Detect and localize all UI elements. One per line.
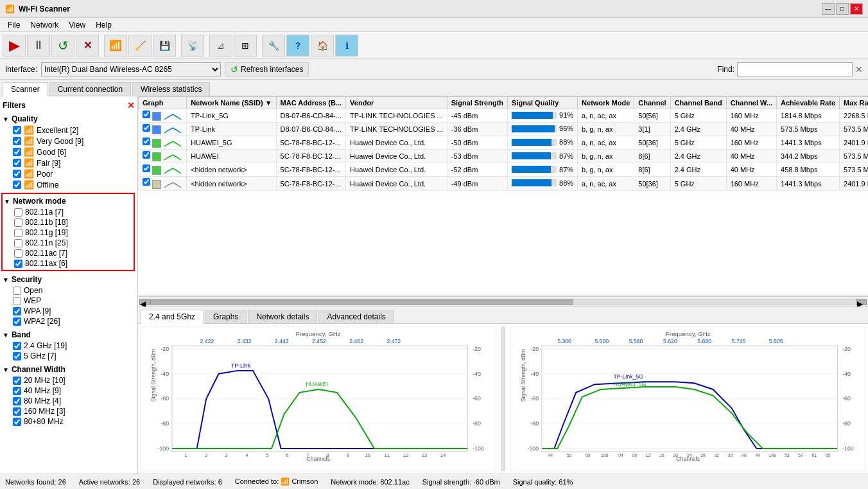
filter-wep-checkbox[interactable] xyxy=(13,297,21,305)
col-signal-quality[interactable]: Signal Quality xyxy=(508,97,578,109)
filter-24ghz-checkbox[interactable] xyxy=(13,342,21,350)
col-vendor[interactable]: Vendor xyxy=(346,97,447,109)
col-channel-width[interactable]: Channel W... xyxy=(726,97,776,109)
find-input[interactable] xyxy=(737,62,853,76)
filter-poor-checkbox[interactable] xyxy=(13,170,21,178)
filter-80211g-checkbox[interactable] xyxy=(14,229,22,237)
filter-80211ax-checkbox[interactable] xyxy=(14,260,22,268)
btab-graphs[interactable]: Graphs xyxy=(205,310,247,323)
clear-button[interactable]: 🧹 xyxy=(128,35,152,57)
col-network-mode[interactable]: Network Mode xyxy=(578,97,634,109)
filter-40mhz-checkbox[interactable] xyxy=(13,387,21,395)
scroll-track[interactable] xyxy=(150,299,856,305)
svg-text:11: 11 xyxy=(385,452,390,458)
col-graph[interactable]: Graph xyxy=(139,97,187,109)
filter-fair-checkbox[interactable] xyxy=(13,159,21,167)
cell-channel-band: 5 GHz xyxy=(670,109,726,123)
col-signal-strength[interactable]: Signal Strength xyxy=(447,97,507,109)
pause-button[interactable]: ⏸ xyxy=(27,35,50,57)
scroll-right-button[interactable]: ▶ xyxy=(856,299,867,305)
table-row[interactable]: <hidden network>5C-78-F8-BC-12-...Huawei… xyxy=(139,177,869,190)
btab-2-4-5ghz[interactable]: 2.4 and 5Ghz xyxy=(141,310,204,324)
table-row[interactable]: TP-Link_5GD8-07-B6-CD-84-...TP-LINK TECH… xyxy=(139,109,869,123)
filter-80211n-checkbox[interactable] xyxy=(14,239,22,247)
table-row[interactable]: HUAWEI_5G5C-78-F8-BC-12-...Huawei Device… xyxy=(139,136,869,150)
svg-text:-60: -60 xyxy=(161,395,169,402)
export-button[interactable]: 💾 xyxy=(153,35,176,57)
cell-achievable-rate: 1441.3 Mbps xyxy=(777,177,840,190)
filter-80211ac-checkbox[interactable] xyxy=(14,249,22,258)
table-row[interactable]: HUAWEI5C-78-F8-BC-12-...Huawei Device Co… xyxy=(139,150,869,163)
band-section-title[interactable]: ▼ Band xyxy=(3,329,135,341)
svg-text:-40: -40 xyxy=(530,371,539,377)
btab-network-details[interactable]: Network details xyxy=(248,310,317,323)
col-max-rate[interactable]: Max Rate xyxy=(840,97,868,109)
filter-offline-checkbox[interactable] xyxy=(13,181,21,189)
quality-label: Quality xyxy=(12,114,38,123)
filter-verygood-checkbox[interactable] xyxy=(13,137,21,145)
titlebar-controls[interactable]: — □ ✕ xyxy=(822,3,863,15)
horizontal-scrollbar[interactable]: ◀ ▶ xyxy=(138,296,868,307)
svg-text:5.680: 5.680 xyxy=(697,338,711,344)
filter-80plus80mhz-checkbox[interactable] xyxy=(13,418,21,426)
scroll-thumb[interactable] xyxy=(150,299,573,305)
filters-close-button[interactable]: ✕ xyxy=(127,100,135,111)
tab-wireless-statistics[interactable]: Wireless statistics xyxy=(132,82,210,96)
table-row[interactable]: <hidden network>5C-78-F8-BC-12-...Huawei… xyxy=(139,163,869,177)
antenna-button[interactable]: 📡 xyxy=(181,35,204,57)
filter-80211b-checkbox[interactable] xyxy=(14,218,22,227)
btab-advanced-details[interactable]: Advanced details xyxy=(318,310,394,323)
network-mode-section-title[interactable]: ▼ Network mode xyxy=(4,195,132,207)
menu-view[interactable]: View xyxy=(64,19,91,30)
menu-network[interactable]: Network xyxy=(25,19,64,30)
filter-80211a-checkbox[interactable] xyxy=(14,208,22,217)
col-channel[interactable]: Channel xyxy=(634,97,670,109)
filter-excellent-checkbox[interactable] xyxy=(13,126,21,134)
filter-wpa2-checkbox[interactable] xyxy=(13,317,21,326)
table-row[interactable]: TP-LinkD8-07-B6-CD-84-...TP-LINK TECHNOL… xyxy=(139,123,869,136)
channel-width-label: Channel Width xyxy=(12,365,65,374)
col-channel-band[interactable]: Channel Band xyxy=(670,97,726,109)
menubar: File Network View Help xyxy=(0,18,868,32)
refresh-button[interactable]: ↺ xyxy=(51,35,74,57)
svg-text:-80: -80 xyxy=(161,420,169,427)
filter-button[interactable]: ⊿ xyxy=(209,35,232,57)
filter-wpa-checkbox[interactable] xyxy=(13,307,21,316)
columns-button[interactable]: ⊞ xyxy=(234,35,257,57)
svg-text:-60: -60 xyxy=(473,395,481,402)
col-ssid[interactable]: Network Name (SSID) ▼ xyxy=(187,97,276,109)
channel-width-section-title[interactable]: ▼ Channel Width xyxy=(3,364,135,375)
menu-file[interactable]: File xyxy=(3,19,25,30)
find-close-button[interactable]: ✕ xyxy=(855,64,863,75)
info-button[interactable]: ℹ xyxy=(335,35,358,57)
filter-open-checkbox[interactable] xyxy=(13,287,21,295)
scroll-left-button[interactable]: ◀ xyxy=(139,299,150,305)
stop-button[interactable]: ✕ xyxy=(76,35,99,57)
help-button[interactable]: ? xyxy=(286,35,309,57)
networks-table-area[interactable]: Graph Network Name (SSID) ▼ MAC Address … xyxy=(138,96,868,296)
chart-5ghz-svg: Frequency, GHz 5.300 5.500 5.560 5.620 5… xyxy=(511,327,865,470)
start-scan-button[interactable]: ▶ xyxy=(3,35,26,57)
security-section-title[interactable]: ▼ Security xyxy=(3,274,135,285)
tab-current-connection[interactable]: Current connection xyxy=(49,82,131,96)
col-mac[interactable]: MAC Address (B... xyxy=(276,97,346,109)
maximize-button[interactable]: □ xyxy=(836,3,849,15)
menu-help[interactable]: Help xyxy=(91,19,117,30)
tab-scanner[interactable]: Scanner xyxy=(3,82,48,96)
minimize-button[interactable]: — xyxy=(822,3,835,15)
col-achievable-rate[interactable]: Achievable Rate xyxy=(777,97,840,109)
refresh-interfaces-label: Refresh interfaces xyxy=(241,65,303,74)
interface-select[interactable]: Intel(R) Dual Band Wireless-AC 8265 xyxy=(41,62,221,76)
close-button[interactable]: ✕ xyxy=(850,3,863,15)
filter-160mhz-checkbox[interactable] xyxy=(13,407,21,416)
home-button[interactable]: 🏠 xyxy=(311,35,334,57)
signal-chart-button[interactable]: 📶 xyxy=(104,35,127,57)
filter-good-checkbox[interactable] xyxy=(13,148,21,156)
filter-20mhz-checkbox[interactable] xyxy=(13,377,21,385)
refresh-interfaces-button[interactable]: ↺ Refresh interfaces xyxy=(225,62,309,76)
security-expand-icon: ▼ xyxy=(3,276,9,283)
quality-section-title[interactable]: ▼ Quality xyxy=(3,113,135,125)
filter-5ghz-checkbox[interactable] xyxy=(13,352,21,360)
wrench-button[interactable]: 🔧 xyxy=(262,35,285,57)
filter-80mhz-checkbox[interactable] xyxy=(13,397,21,405)
